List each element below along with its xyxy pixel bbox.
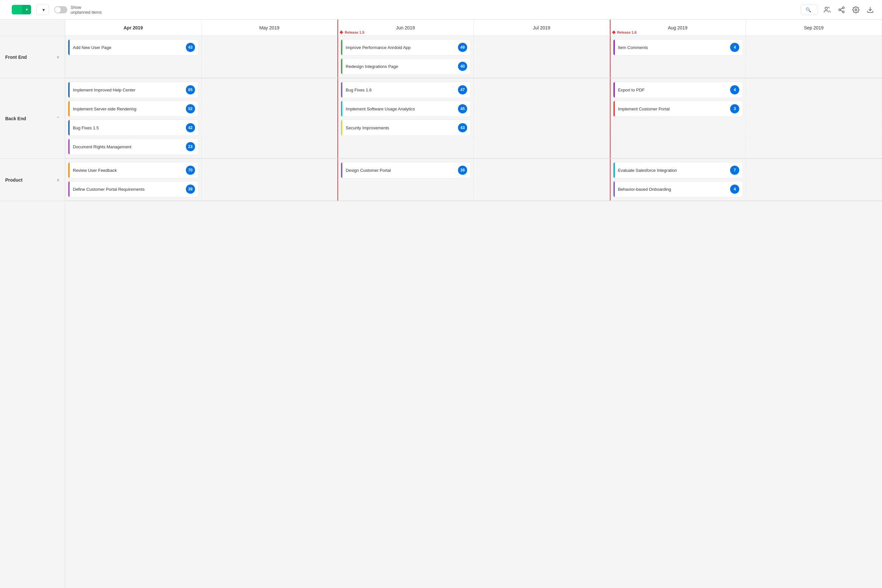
task-card[interactable]: Add New User Page43: [68, 39, 199, 56]
cell-frontend-aug2019: Item Comments4: [610, 36, 746, 78]
task-card[interactable]: Implement Improved Help Center65: [68, 82, 199, 98]
card-text: Item Comments: [618, 45, 728, 50]
months-header-row: Apr 2019May 2019Jun 2019Release 1.5Jul 2…: [65, 20, 882, 36]
cell-backend-jul2019: [474, 78, 610, 158]
sidebar-group-label-backend: Back End: [5, 116, 26, 121]
task-card[interactable]: Document Rights Management23: [68, 138, 199, 155]
card-border: [341, 39, 342, 55]
card-text: Implement Customer Portal: [618, 106, 728, 111]
card-badge: 23: [186, 142, 195, 151]
card-badge: 3: [730, 104, 739, 113]
chevron-down-icon: ▾: [42, 7, 45, 12]
task-card[interactable]: Item Comments4: [613, 39, 743, 56]
content-layout: Front End∨Back End⌃Product∧ Apr 2019May …: [0, 20, 882, 588]
cell-frontend-sep2019: [746, 36, 882, 78]
search-icon: 🔍: [806, 7, 811, 12]
card-text: Export to PDF: [618, 87, 728, 93]
card-text: Define Customer Portal Requirements: [73, 187, 183, 192]
svg-line-5: [840, 8, 843, 9]
team-icon[interactable]: [822, 4, 832, 15]
task-card[interactable]: Security Improvements43: [341, 120, 471, 136]
month-label-may2019: May 2019: [260, 25, 279, 30]
sidebar-chevron-frontend: ∨: [57, 54, 60, 60]
sidebar-chevron-product: ∧: [57, 177, 60, 182]
month-header-apr2019: Apr 2019: [65, 20, 201, 36]
month-label-sep2019: Sep 2019: [804, 25, 824, 30]
task-card[interactable]: Define Customer Portal Requirements39: [68, 181, 199, 197]
body-group-grid-product: Review User Feedback70Define Customer Po…: [65, 159, 882, 201]
card-text: Behavior-based Onboarding: [618, 187, 728, 192]
cell-backend-jun2019: Bug Fixes 1.647Implement Software Usage …: [338, 78, 474, 158]
card-badge: 4: [730, 43, 739, 52]
card-text: Redesign Integrations Page: [346, 64, 455, 69]
task-card[interactable]: Export to PDF4: [613, 82, 743, 98]
body-group-frontend: Add New User Page43Improve Performance A…: [65, 36, 882, 78]
show-unplanned-toggle-area: Showunplanned items: [54, 5, 102, 15]
header-actions: 🔍: [801, 4, 876, 15]
cell-backend-aug2019: Export to PDF4Implement Customer Portal3: [610, 78, 746, 158]
month-selector[interactable]: ▾: [36, 4, 49, 15]
sidebar-group-product[interactable]: Product∧: [0, 159, 65, 201]
sidebar-group-frontend[interactable]: Front End∨: [0, 36, 65, 78]
task-card[interactable]: Review User Feedback70: [68, 162, 199, 178]
card-border: [68, 120, 70, 136]
svg-point-0: [825, 7, 828, 9]
filter-button[interactable]: 🔍: [801, 4, 818, 15]
download-icon[interactable]: [865, 4, 876, 15]
card-badge: 43: [186, 43, 195, 52]
card-text: Add New User Page: [73, 45, 183, 50]
task-card[interactable]: Redesign Integrations Page40: [341, 58, 471, 75]
task-card[interactable]: Bug Fixes 1.647: [341, 82, 471, 98]
task-card[interactable]: Design Customer Portal39: [341, 162, 471, 178]
card-border: [68, 162, 70, 178]
card-text: Bug Fixes 1.5: [73, 126, 183, 130]
cell-product-aug2019: Evaluate Salesforce Integration7Behavior…: [610, 159, 746, 201]
card-border: [341, 120, 342, 136]
card-text: Implement Software Usage Analytics: [346, 106, 455, 111]
card-border: [614, 101, 615, 117]
card-badge: 52: [186, 104, 195, 113]
task-card[interactable]: Implement Software Usage Analytics45: [341, 100, 471, 117]
add-item-dropdown-arrow[interactable]: ▾: [22, 5, 31, 14]
card-text: Review User Feedback: [73, 168, 183, 173]
cell-frontend-jul2019: [474, 36, 610, 78]
cell-backend-sep2019: [746, 78, 882, 158]
card-border: [341, 162, 342, 178]
month-label-aug2019: Aug 2019: [668, 25, 688, 30]
show-unplanned-label: Showunplanned items: [70, 5, 102, 15]
task-card[interactable]: Evaluate Salesforce Integration7: [613, 162, 743, 178]
body-group-backend: Implement Improved Help Center65Implemen…: [65, 78, 882, 159]
sidebar-group-backend[interactable]: Back End⌃: [0, 78, 65, 159]
body-group-grid-backend: Implement Improved Help Center65Implemen…: [65, 78, 882, 158]
card-text: Improve Performance Anrdoid App: [346, 45, 455, 50]
sidebar-group-label-product: Product: [5, 177, 22, 183]
show-unplanned-toggle[interactable]: [54, 6, 67, 14]
month-header-jun2019: Jun 2019Release 1.5: [338, 20, 474, 36]
sidebar-group-label-frontend: Front End: [5, 54, 27, 60]
svg-point-2: [839, 9, 841, 11]
month-label-jun2019: Jun 2019: [396, 25, 415, 30]
month-header-sep2019: Sep 2019: [746, 20, 882, 36]
release-line-aug2019: [610, 20, 610, 36]
card-text: Bug Fixes 1.6: [346, 87, 455, 93]
card-badge: 4: [730, 85, 739, 94]
task-card[interactable]: Bug Fixes 1.542: [68, 120, 199, 136]
card-badge: 45: [458, 104, 467, 113]
release-tag-jun2019: Release 1.5: [340, 30, 364, 34]
settings-icon[interactable]: [850, 4, 861, 15]
task-card[interactable]: Improve Performance Anrdoid App49: [341, 39, 471, 56]
card-badge: 40: [458, 62, 467, 71]
month-header-may2019: May 2019: [201, 20, 338, 36]
card-badge: 47: [458, 85, 467, 94]
add-item-button[interactable]: ▾: [12, 5, 31, 14]
share-icon[interactable]: [836, 4, 847, 15]
month-header-jul2019: Jul 2019: [474, 20, 610, 36]
cell-frontend-jun2019: Improve Performance Anrdoid App49Redesig…: [338, 36, 474, 78]
content-area: Front End∨Back End⌃Product∧ Apr 2019May …: [0, 20, 882, 588]
task-card[interactable]: Implement Customer Portal3: [613, 100, 743, 117]
task-card[interactable]: Implement Server-side Rendering52: [68, 100, 199, 117]
card-text: Design Customer Portal: [346, 168, 455, 173]
task-card[interactable]: Behavior-based Onboarding4: [613, 181, 743, 197]
month-header-aug2019: Aug 2019Release 1.6: [610, 20, 746, 36]
grid-scroll-area[interactable]: Apr 2019May 2019Jun 2019Release 1.5Jul 2…: [65, 20, 882, 588]
